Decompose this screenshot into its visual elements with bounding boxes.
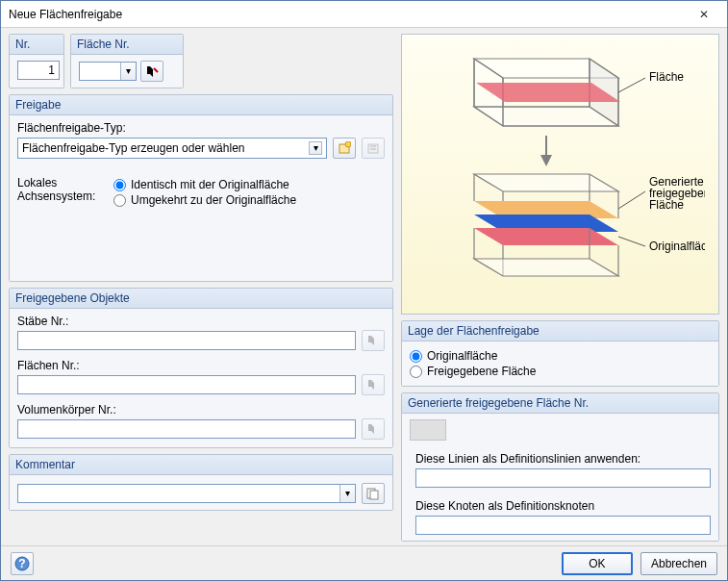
new-type-icon[interactable] [333, 138, 356, 159]
kommentar-lib-icon[interactable] [362, 483, 385, 504]
svg-line-23 [618, 78, 645, 92]
radio-lage-orig-input[interactable] [410, 350, 422, 363]
cancel-button[interactable]: Abbrechen [640, 552, 717, 575]
chevron-down-icon[interactable]: ▾ [339, 485, 355, 502]
radio-lage-frei[interactable]: Freigegebene Fläche [410, 365, 711, 378]
panel-freigabe: Freigabe Flächenfreigabe-Typ: Flächenfre… [9, 94, 393, 282]
window-title: Neue Flächenfreigabe [9, 8, 689, 21]
illustration: Fläche [401, 34, 719, 315]
radio-umgekehrt-input[interactable] [113, 194, 126, 207]
typ-dropdown[interactable]: Flächenfreigabe-Typ erzeugen oder wählen… [17, 138, 327, 159]
radio-identisch[interactable]: Identisch mit der Originalfläche [113, 178, 296, 191]
panel-lage: Lage der Flächenfreigabe Originalfläche … [401, 320, 719, 387]
dialog-window: Neue Flächenfreigabe ✕ Nr. Fläche Nr. [0, 0, 728, 581]
typ-label: Flächenfreigabe-Typ: [17, 121, 385, 135]
gen-flaeche-nr-display [410, 419, 446, 441]
svg-marker-8 [368, 380, 374, 390]
def-nodes-label: Diese Knoten als Definitionsknoten [415, 499, 711, 513]
radio-umgekehrt[interactable]: Umgekehrt zu der Originalfläche [113, 193, 296, 207]
panel-kommentar: Kommentar ▾ [9, 454, 393, 511]
titlebar: Neue Flächenfreigabe ✕ [1, 1, 727, 28]
panel-objekte-header: Freigegebene Objekte [10, 289, 392, 309]
panel-nr: Nr. [9, 34, 64, 88]
radio-lage-frei-input[interactable] [410, 366, 422, 378]
pick-staebe-icon [362, 330, 385, 351]
typ-dropdown-text: Flächenfreigabe-Typ erzeugen oder wählen [22, 141, 244, 155]
def-lines-label: Diese Linien als Definitionslinien anwen… [415, 452, 711, 466]
def-nodes-input[interactable] [415, 516, 711, 535]
panel-objekte: Freigegebene Objekte Stäbe Nr.: Flächen … [9, 288, 393, 448]
svg-line-1 [154, 68, 158, 72]
left-column: Nr. Fläche Nr. ▾ [9, 34, 393, 542]
content-area: Nr. Fläche Nr. ▾ [1, 28, 727, 545]
panel-flaeche-header: Fläche Nr. [71, 35, 183, 55]
staebe-input[interactable] [17, 331, 356, 350]
svg-text:?: ? [18, 557, 25, 570]
svg-point-3 [345, 141, 351, 147]
kommentar-input[interactable] [17, 484, 356, 503]
ok-button[interactable]: OK [562, 552, 633, 575]
svg-line-43 [618, 237, 645, 246]
radio-lage-orig[interactable]: Originalfläche [410, 349, 711, 363]
staebe-label: Stäbe Nr.: [17, 315, 385, 328]
chevron-down-icon[interactable]: ▾ [309, 141, 322, 155]
panel-generierte-header: Generierte freigegebene Fläche Nr. [402, 393, 718, 414]
vol-input[interactable] [17, 419, 356, 439]
svg-marker-25 [540, 155, 552, 166]
svg-marker-38 [474, 259, 618, 276]
panel-flaeche-nr: Fläche Nr. ▾ [70, 34, 184, 88]
svg-marker-9 [368, 424, 374, 434]
flaechen-label: Flächen Nr.: [17, 359, 385, 372]
flaechen-input[interactable] [17, 375, 356, 394]
panel-generierte: Generierte freigegebene Fläche Nr. Diese… [401, 392, 719, 542]
panel-kommentar-header: Kommentar [10, 455, 392, 475]
close-icon[interactable]: ✕ [689, 8, 719, 21]
svg-marker-26 [474, 174, 618, 191]
top-row: Nr. Fläche Nr. ▾ [9, 34, 393, 88]
svg-text:Originalfläche: Originalfläche [649, 240, 705, 253]
panel-lage-header: Lage der Flächenfreigabe [402, 321, 718, 341]
pick-surface-icon[interactable] [140, 61, 163, 82]
svg-text:Fläche: Fläche [649, 198, 684, 212]
right-column: Fläche [401, 34, 719, 542]
chevron-down-icon[interactable]: ▾ [120, 63, 136, 80]
panel-freigabe-header: Freigabe [10, 95, 392, 115]
def-lines-input[interactable] [415, 468, 711, 488]
nr-input[interactable] [17, 61, 60, 80]
pick-flaechen-icon [362, 374, 385, 395]
axis-label: Lokales Achsensystem: [17, 176, 104, 209]
radio-identisch-input[interactable] [113, 179, 126, 191]
help-icon[interactable]: ? [11, 552, 34, 575]
pick-vol-icon [362, 418, 385, 440]
edit-type-icon [362, 138, 385, 159]
svg-rect-11 [370, 491, 378, 499]
svg-marker-7 [368, 336, 374, 345]
panel-nr-header: Nr. [10, 35, 63, 55]
bottom-bar: ? OK Abbrechen [1, 545, 727, 580]
illus-label-flaeche: Fläche [649, 70, 684, 84]
svg-line-39 [618, 191, 645, 209]
vol-label: Volumenkörper Nr.: [17, 403, 385, 417]
svg-marker-0 [147, 66, 153, 77]
